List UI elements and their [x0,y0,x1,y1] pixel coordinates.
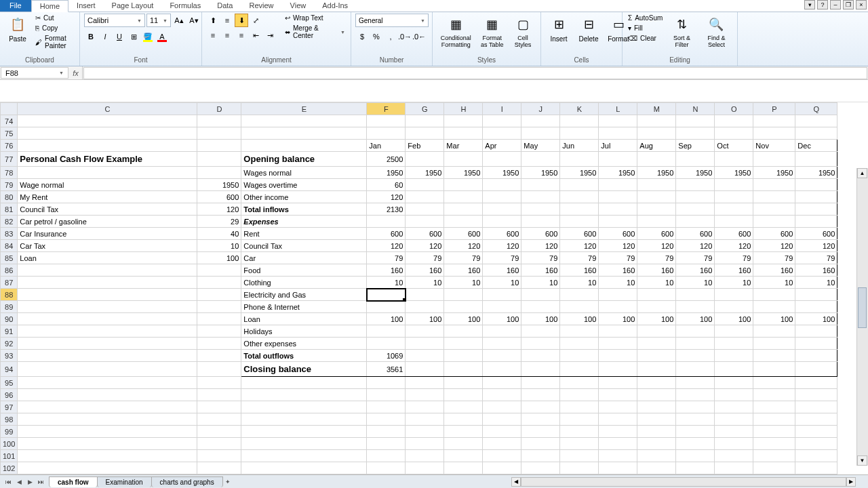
cell-J99[interactable] [521,426,560,438]
cell-P88[interactable] [753,289,795,301]
cell-I79[interactable] [483,179,521,191]
row-header-74[interactable]: 74 [1,115,18,127]
cell-M92[interactable] [637,338,676,350]
cell-I86[interactable]: 160 [483,264,521,277]
tab-view[interactable]: View [282,0,315,12]
cell-L92[interactable] [599,338,637,350]
cell-P75[interactable] [753,127,795,140]
cell-M96[interactable] [637,389,676,401]
cell-L86[interactable]: 160 [599,264,637,277]
cell-C76[interactable] [18,140,197,152]
cell-P102[interactable] [753,462,795,474]
font-name-combo[interactable]: Calibri▼ [84,14,145,27]
cell-H84[interactable]: 120 [444,240,483,252]
cell-F94[interactable]: 3561 [367,362,406,377]
grow-font-button[interactable]: A▴ [172,14,186,27]
cell-P91[interactable] [753,325,795,338]
cell-F74[interactable] [367,115,406,127]
cell-N75[interactable] [676,127,715,140]
row-header-82[interactable]: 82 [1,216,18,228]
cell-Q82[interactable] [795,216,837,228]
row-header-77[interactable]: 77 [1,152,18,167]
cell-G87[interactable]: 10 [406,277,444,289]
cell-L101[interactable] [599,450,637,462]
sheet-tab-charts-and-graphs[interactable]: charts and graphs [151,476,223,487]
cell-C95[interactable] [18,377,197,389]
cell-O84[interactable]: 120 [715,240,753,252]
row-header-93[interactable]: 93 [1,350,18,362]
column-header-N[interactable]: N [676,103,715,115]
cell-G89[interactable] [406,301,444,313]
cell-P74[interactable] [753,115,795,127]
cell-G75[interactable] [406,127,444,140]
cell-O91[interactable] [715,325,753,338]
cell-F81[interactable]: 2130 [367,203,406,216]
cell-J95[interactable] [521,377,560,389]
cell-J83[interactable]: 600 [521,228,560,240]
cell-Q94[interactable] [795,362,837,377]
cell-J82[interactable] [521,216,560,228]
row-header-91[interactable]: 91 [1,325,18,338]
cell-P79[interactable] [753,179,795,191]
cell-F102[interactable] [367,462,406,474]
cell-D98[interactable] [197,413,241,426]
cell-P86[interactable]: 160 [753,264,795,277]
number-format-combo[interactable]: General▼ [355,14,429,27]
format-as-table-button[interactable]: ▦Format as Table [478,14,507,50]
autosum-button[interactable]: ΣAutoSum [627,14,664,22]
cell-K84[interactable]: 120 [560,240,599,252]
insert-cells-button[interactable]: ⊞Insert [545,14,572,44]
cell-E101[interactable] [241,450,367,462]
cell-K74[interactable] [560,115,599,127]
cell-J75[interactable] [521,127,560,140]
cell-C83[interactable]: Car Insurance [18,228,197,240]
cell-N95[interactable] [676,377,715,389]
align-bottom-button[interactable]: ⬇ [235,14,248,27]
bold-button[interactable]: B [84,30,98,43]
cell-G99[interactable] [406,426,444,438]
cell-J98[interactable] [521,413,560,426]
cell-J84[interactable]: 120 [521,240,560,252]
cell-H99[interactable] [444,426,483,438]
cell-L82[interactable] [599,216,637,228]
row-header-84[interactable]: 84 [1,240,18,252]
cell-K91[interactable] [560,325,599,338]
window-min-icon[interactable]: – [830,0,841,9]
comma-format-button[interactable]: , [384,30,397,43]
cell-F77[interactable]: 2500 [367,152,406,167]
cell-N88[interactable] [676,289,715,301]
decrease-decimal-button[interactable]: .0← [412,30,426,43]
cell-O96[interactable] [715,389,753,401]
cell-M74[interactable] [637,115,676,127]
cell-Q81[interactable] [795,203,837,216]
cell-M88[interactable] [637,289,676,301]
cell-Q74[interactable] [795,115,837,127]
cell-J91[interactable] [521,325,560,338]
cell-L84[interactable]: 120 [599,240,637,252]
cell-K87[interactable]: 10 [560,277,599,289]
cell-P94[interactable] [753,362,795,377]
cell-E87[interactable]: Clothing [241,277,367,289]
fx-icon[interactable]: fx [69,66,83,79]
cell-H75[interactable] [444,127,483,140]
cell-M93[interactable] [637,350,676,362]
cell-F101[interactable] [367,450,406,462]
cell-G98[interactable] [406,413,444,426]
cell-C98[interactable] [18,413,197,426]
cell-E75[interactable] [241,127,367,140]
cell-M85[interactable]: 79 [637,252,676,264]
cell-C87[interactable] [18,277,197,289]
shrink-font-button[interactable]: A▾ [187,14,201,27]
cell-E88[interactable]: Electricity and Gas [241,289,367,301]
cell-L96[interactable] [599,389,637,401]
cell-C77[interactable]: Personal Cash Flow Example [18,152,197,167]
cell-H78[interactable]: 1950 [444,167,483,179]
cell-H95[interactable] [444,377,483,389]
cell-N101[interactable] [676,450,715,462]
cell-O85[interactable]: 79 [715,252,753,264]
row-header-99[interactable]: 99 [1,426,18,438]
cell-J97[interactable] [521,401,560,413]
column-header-C[interactable]: C [18,103,197,115]
cell-M99[interactable] [637,426,676,438]
paste-button[interactable]: 📋 Paste [4,14,31,44]
